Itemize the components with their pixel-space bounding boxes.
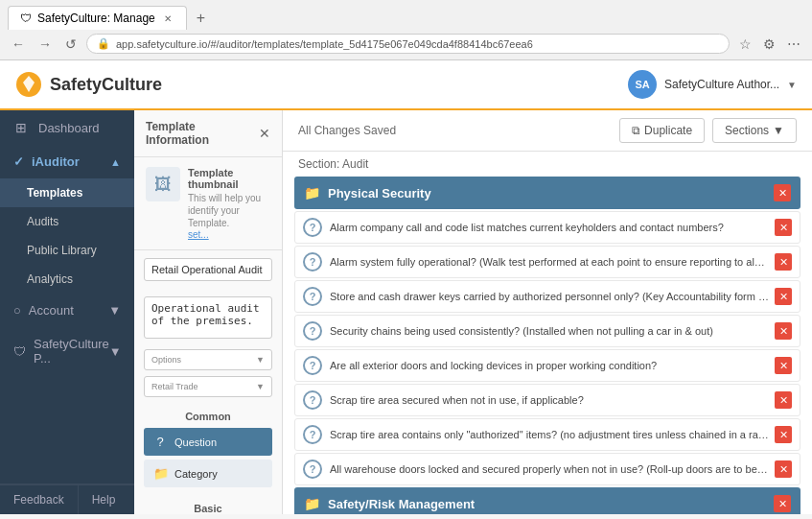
remove-question-button[interactable]: ✕ (775, 426, 792, 443)
template-thumbnail-section: 🖼 Template thumbnail This will help you … (134, 157, 282, 250)
logo: SafetyCulture (15, 71, 628, 98)
account-chevron-icon: ▼ (108, 303, 121, 318)
basic-section-title: Basic (144, 503, 272, 514)
sidebar-footer: Feedback Help (0, 484, 134, 514)
feedback-button[interactable]: Feedback (0, 484, 78, 514)
duplicate-label: Duplicate (644, 124, 692, 137)
duplicate-button[interactable]: ⧉ Duplicate (619, 118, 705, 143)
sidebar-item-dashboard[interactable]: ⊞ Dashboard (0, 110, 134, 145)
description-input[interactable]: Operational audit of the premises. (144, 296, 272, 339)
remove-question-button[interactable]: ✕ (775, 357, 792, 374)
help-label: Help (92, 493, 116, 507)
refresh-button[interactable]: ↺ (61, 35, 81, 54)
user-dropdown-button[interactable]: ▼ (787, 80, 797, 90)
category-component[interactable]: 📁 Category (144, 460, 272, 487)
extensions-button[interactable]: ⚙ (759, 35, 779, 54)
section-header-row[interactable]: 📁 Physical Security ✕ (294, 177, 800, 209)
browser-chrome: 🛡 SafetyCulture: Manage ✕ + ← → ↺ 🔒 app.… (0, 0, 812, 60)
menu-button[interactable]: ⋯ (783, 35, 804, 54)
industry-value: Retail Trade (151, 382, 198, 391)
thumbnail-set-link[interactable]: set... (188, 229, 270, 240)
options-select[interactable]: Options ▼ (144, 349, 272, 370)
browser-tab-active[interactable]: 🛡 SafetyCulture: Manage ✕ (8, 6, 187, 30)
feedback-label: Feedback (13, 493, 64, 507)
user-name: SafetyCulture Author... (664, 78, 779, 91)
address-field[interactable]: 🔒 app.safetyculture.io/#/auditor/templat… (86, 34, 730, 54)
config-panel-title: Template Information (146, 120, 259, 147)
new-tab-button[interactable]: + (191, 8, 211, 29)
remove-section-button[interactable]: ✕ (774, 495, 791, 512)
sidebar-item-analytics[interactable]: Analytics (0, 265, 134, 294)
question-row[interactable]: ? All warehouse doors locked and secured… (294, 453, 800, 485)
common-components-section: Common ? Question 📁 Category (134, 403, 282, 495)
question-type-icon: ? (303, 460, 322, 479)
sidebar-item-audits[interactable]: Audits (0, 207, 134, 236)
remove-question-button[interactable]: ✕ (775, 288, 792, 305)
sections-chevron-icon: ▼ (773, 124, 784, 137)
tab-close-button[interactable]: ✕ (161, 12, 174, 25)
question-component[interactable]: ? Question (144, 428, 272, 456)
sections-button[interactable]: Sections ▼ (712, 118, 797, 143)
category-label: Category (174, 468, 218, 480)
account-section-header[interactable]: ○ Account ▼ (0, 294, 134, 327)
public-library-label: Public Library (27, 244, 97, 257)
question-text: Store and cash drawer keys carried by au… (330, 290, 769, 303)
question-type-icon: ? (303, 425, 322, 444)
remove-question-button[interactable]: ✕ (775, 391, 792, 409)
question-type-icon: ? (303, 252, 322, 271)
dashboard-icon: ⊞ (13, 120, 29, 135)
user-section: SA SafetyCulture Author... ▼ (628, 70, 797, 99)
config-panel: Template Information ✕ 🖼 Template thumbn… (134, 110, 283, 514)
sidebar-item-public-library[interactable]: Public Library (0, 236, 134, 265)
section-header-row[interactable]: 📁 Safety/Risk Management ✕ (294, 487, 800, 514)
remove-question-button[interactable]: ✕ (775, 322, 792, 340)
thumbnail-title: Template thumbnail (188, 167, 270, 190)
config-panel-close-button[interactable]: ✕ (259, 126, 270, 141)
toolbar-actions: ⧉ Duplicate Sections ▼ (619, 118, 797, 143)
back-button[interactable]: ← (8, 35, 29, 54)
changes-saved-status: All Changes Saved (298, 124, 396, 137)
industry-section: Retail Trade ▼ (144, 376, 272, 397)
remove-question-button[interactable]: ✕ (775, 219, 792, 236)
bookmarks-button[interactable]: ☆ (735, 35, 755, 54)
safetyculture-icon: 🛡 (13, 344, 26, 359)
question-text: Alarm company call and code list matches… (330, 221, 769, 234)
folder-icon: 📁 (304, 496, 320, 511)
question-icon: ? (153, 435, 167, 449)
question-type-icon: ? (303, 218, 322, 237)
help-button[interactable]: Help (79, 484, 134, 514)
address-bar-row: ← → ↺ 🔒 app.safetyculture.io/#/auditor/t… (0, 30, 812, 59)
question-row[interactable]: ? Security chains being used consistentl… (294, 315, 800, 347)
industry-select[interactable]: Retail Trade ▼ (144, 376, 272, 397)
question-row[interactable]: ? Scrap tire area contains only "authori… (294, 418, 800, 451)
question-row[interactable]: ? Store and cash drawer keys carried by … (294, 280, 800, 313)
template-name-input[interactable] (144, 258, 272, 281)
question-type-icon: ? (303, 390, 322, 410)
sidebar-section-account: ○ Account ▼ (0, 294, 134, 327)
safetyculture-section-header[interactable]: 🛡 SafetyCulture P... ▼ (0, 327, 134, 375)
question-row[interactable]: ? Alarm system fully operational? (Walk … (294, 246, 800, 278)
remove-question-button[interactable]: ✕ (775, 253, 792, 271)
basic-components-section: Basic 📍 Address ☑ Check Box (134, 495, 282, 514)
question-row[interactable]: ? Are all exterior doors and locking dev… (294, 349, 800, 382)
account-icon: ○ (13, 303, 21, 318)
options-chevron-icon: ▼ (256, 355, 265, 365)
analytics-label: Analytics (27, 272, 73, 286)
question-row[interactable]: ? Alarm company call and code list match… (294, 211, 800, 244)
remove-section-button[interactable]: ✕ (774, 184, 791, 201)
safetyculture-chevron-icon: ▼ (109, 344, 122, 359)
content-toolbar: All Changes Saved ⧉ Duplicate Sections ▼ (283, 110, 812, 152)
iauditor-label: iAuditor (32, 154, 80, 169)
main-content: ⊞ Dashboard ✓ iAuditor ▲ Templates Aud (0, 110, 812, 514)
forward-button[interactable]: → (35, 35, 56, 54)
user-avatar: SA (628, 70, 657, 99)
iauditor-section-header[interactable]: ✓ iAuditor ▲ (0, 145, 134, 178)
question-row[interactable]: ? Scrap tire area secured when not in us… (294, 384, 800, 416)
sidebar-item-templates[interactable]: Templates (0, 178, 134, 207)
section-audit-label: Section: Audit (283, 152, 812, 177)
question-text: All warehouse doors locked and secured p… (330, 462, 769, 476)
iauditor-icon: ✓ (13, 154, 24, 169)
remove-question-button[interactable]: ✕ (775, 460, 792, 478)
question-text: Scrap tire area secured when not in use,… (330, 393, 769, 407)
thumbnail-icon: 🖼 (146, 167, 180, 201)
